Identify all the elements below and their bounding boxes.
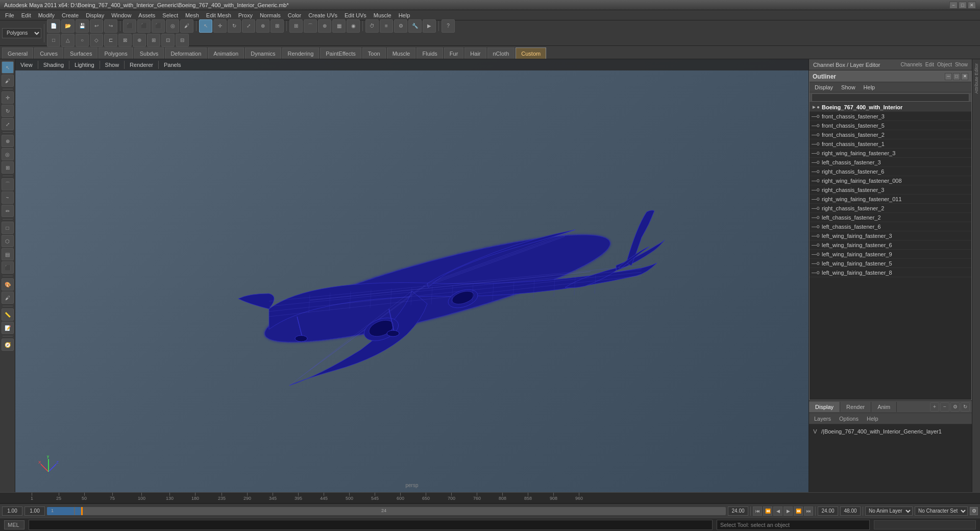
- outliner-item[interactable]: —oright_chassis_fastener_6: [810, 167, 971, 176]
- polygon-tool-3[interactable]: ○: [76, 34, 89, 47]
- play-fwd-btn[interactable]: ▶: [783, 506, 793, 516]
- layer-subtab-layers[interactable]: Layers: [811, 415, 834, 423]
- menu-modify[interactable]: Modify: [35, 11, 58, 19]
- snap-grid-btn[interactable]: ⊞: [289, 19, 303, 33]
- attr-editor-btn[interactable]: ⚙: [394, 19, 407, 33]
- outliner-item[interactable]: ►●Boeing_767_400_with_Interior: [810, 103, 971, 112]
- navigate-btn[interactable]: 🧭: [2, 339, 14, 351]
- menu-create-uvs[interactable]: Create UVs: [305, 11, 340, 19]
- snap-live-btn[interactable]: ◉: [347, 19, 360, 33]
- outliner-item[interactable]: —oleft_wing_fairing_fastener_5: [810, 259, 971, 268]
- tab-fluids[interactable]: Fluids: [416, 47, 443, 59]
- menu-assets[interactable]: Assets: [135, 11, 158, 19]
- tab-ncloth[interactable]: nCloth: [487, 47, 515, 59]
- play-back-btn[interactable]: ◀: [773, 506, 782, 516]
- outliner-item[interactable]: —oright_chassis_fastener_2: [810, 204, 971, 213]
- minimize-btn[interactable]: −: [949, 2, 958, 9]
- tab-curves[interactable]: Curves: [34, 47, 63, 59]
- goto-end-btn[interactable]: ⏭: [804, 506, 813, 516]
- polygon-tool-6[interactable]: ⊠: [118, 34, 132, 47]
- step-back-btn[interactable]: ⏪: [763, 506, 772, 516]
- channel-tab-show[interactable]: Show: [955, 62, 968, 67]
- tab-painteffects[interactable]: PaintEffects: [320, 47, 361, 59]
- outliner-item[interactable]: —oleft_wing_fairing_fastener_8: [810, 268, 971, 277]
- mel-mode-label[interactable]: MEL: [4, 520, 24, 529]
- polygon-tool-5[interactable]: ⊏: [104, 34, 117, 47]
- outliner-list[interactable]: ►●Boeing_767_400_with_Interior—ofront_ch…: [810, 103, 971, 400]
- curve-cv-btn[interactable]: ⌒: [2, 178, 14, 190]
- soft-mod-btn[interactable]: ⊕: [2, 135, 14, 147]
- select-tool-btn[interactable]: ↖: [2, 61, 14, 74]
- tool-settings-btn[interactable]: 🔧: [408, 19, 422, 33]
- goto-start-btn[interactable]: ⏮: [753, 506, 762, 516]
- show-manip-btn[interactable]: ⊞: [271, 19, 284, 33]
- move-btn[interactable]: ✛: [213, 19, 227, 33]
- tab-animation[interactable]: Animation: [208, 47, 244, 59]
- channel-tab-channels[interactable]: Channels: [901, 62, 922, 67]
- scale-tool-btn[interactable]: ⤢: [2, 118, 14, 130]
- history-btn[interactable]: ⏱: [365, 19, 379, 33]
- attr-editor-tab[interactable]: Attribute Editor: [973, 61, 980, 96]
- move-select-btn[interactable]: ↖: [199, 19, 212, 33]
- menu-proxy[interactable]: Proxy: [235, 11, 256, 19]
- tab-subdvs[interactable]: Subdvs: [134, 47, 164, 59]
- outliner-menu-display[interactable]: Display: [812, 83, 836, 91]
- redo-btn[interactable]: ↪: [104, 19, 117, 33]
- outliner-item[interactable]: —ofront_chassis_fastener_1: [810, 139, 971, 149]
- outliner-item[interactable]: —oright_wing_fairing_fastener_011: [810, 195, 971, 204]
- timeline-start-field[interactable]: [2, 506, 22, 516]
- polygon-tool-1[interactable]: □: [47, 34, 60, 47]
- annotation-btn[interactable]: 📝: [2, 322, 14, 334]
- vp-menu-panels[interactable]: Panels: [161, 61, 184, 69]
- move-tool-btn[interactable]: ✛: [2, 91, 14, 104]
- snap-curve-btn[interactable]: ⌒: [304, 19, 317, 33]
- char-set-select[interactable]: No Character Set: [915, 506, 968, 516]
- menu-mesh[interactable]: Mesh: [182, 11, 202, 19]
- layer-subtab-help[interactable]: Help: [864, 415, 881, 423]
- outliner-item[interactable]: —oleft_chassis_fastener_2: [810, 213, 971, 222]
- pencil-btn[interactable]: ✏: [2, 205, 14, 217]
- layer-delete-btn[interactable]: −: [940, 402, 949, 412]
- vp-menu-show[interactable]: Show: [102, 61, 122, 69]
- anim-preferences-btn[interactable]: ⚙: [970, 507, 978, 515]
- tab-deformation[interactable]: Deformation: [165, 47, 207, 59]
- menu-edit-uvs[interactable]: Edit UVs: [341, 11, 370, 19]
- outliner-item[interactable]: —ofront_chassis_fastener_5: [810, 121, 971, 130]
- polygon-tool-2[interactable]: △: [61, 34, 75, 47]
- split-poly-btn[interactable]: ▤: [2, 248, 14, 260]
- menu-edit-mesh[interactable]: Edit Mesh: [203, 11, 234, 19]
- paint-effects-btn[interactable]: 🎨: [2, 278, 14, 291]
- tab-toon[interactable]: Toon: [362, 47, 386, 59]
- vp-menu-lighting[interactable]: Lighting: [71, 61, 97, 69]
- outliner-item[interactable]: —oright_wing_fairing_fastener_008: [810, 176, 971, 185]
- timeline-thumb[interactable]: [81, 507, 83, 515]
- tab-polygons[interactable]: Polygons: [99, 47, 133, 59]
- snap-point-btn[interactable]: ⊕: [318, 19, 331, 33]
- show-manip2-btn[interactable]: ⊞: [2, 161, 14, 174]
- layer-options-btn[interactable]: ⚙: [950, 402, 960, 412]
- select-by-object-btn[interactable]: ⬛: [137, 19, 151, 33]
- playback-range-end-field[interactable]: [840, 506, 861, 516]
- layer-subtab-options[interactable]: Options: [836, 415, 862, 423]
- outliner-item[interactable]: —ofront_chassis_fastener_3: [810, 112, 971, 121]
- outliner-item[interactable]: —oleft_wing_fairing_fastener_3: [810, 231, 971, 240]
- close-btn[interactable]: ✕: [968, 2, 976, 9]
- command-line-input[interactable]: [29, 520, 713, 530]
- measure-btn[interactable]: 📏: [2, 308, 14, 321]
- tab-custom[interactable]: Custom: [516, 47, 546, 59]
- paint-tool-btn[interactable]: 🖌: [2, 75, 14, 87]
- polygon-tool-9[interactable]: ⊡: [161, 34, 175, 47]
- outliner-item[interactable]: —oleft_chassis_fastener_3: [810, 158, 971, 167]
- rotate-btn[interactable]: ↻: [228, 19, 241, 33]
- outliner-item[interactable]: —oleft_wing_fairing_fastener_9: [810, 250, 971, 259]
- polygon-tool-4[interactable]: ◇: [90, 34, 103, 47]
- open-scene-btn[interactable]: 📂: [61, 19, 75, 33]
- outliner-item[interactable]: —oright_chassis_fastener_3: [810, 185, 971, 195]
- polygon-tool-8[interactable]: ⊞: [147, 34, 160, 47]
- step-fwd-btn[interactable]: ⏩: [794, 506, 803, 516]
- art-brush-btn[interactable]: 🖌: [2, 292, 14, 304]
- outliner-close-btn[interactable]: ✕: [961, 73, 968, 80]
- poly-create-btn[interactable]: □: [2, 222, 14, 234]
- render-view-btn[interactable]: ▶: [423, 19, 436, 33]
- menu-muscle[interactable]: Muscle: [371, 11, 395, 19]
